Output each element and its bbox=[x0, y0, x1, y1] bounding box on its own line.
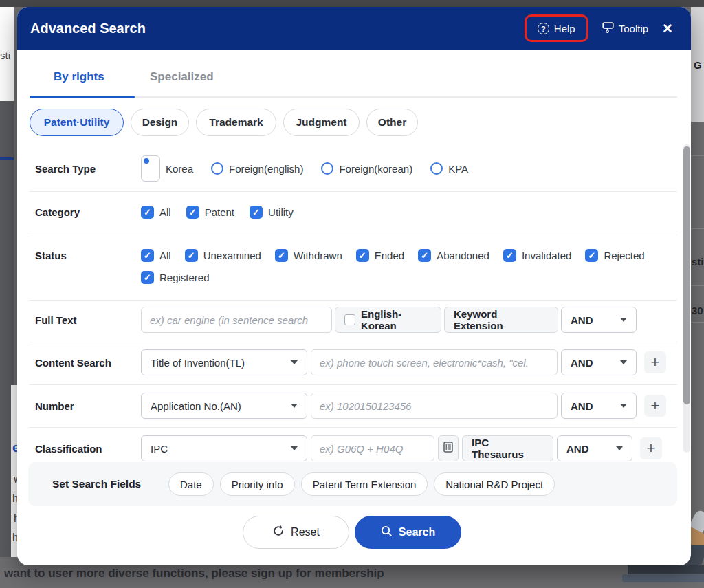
chevron-down-icon bbox=[616, 446, 623, 450]
tooltip-button[interactable]: Tooltip bbox=[602, 21, 648, 35]
field-pill-priority-info[interactable]: Priority info bbox=[220, 472, 295, 496]
checkbox-unexamined[interactable]: Unexamined bbox=[185, 249, 261, 262]
checkbox-rejected[interactable]: Rejected bbox=[585, 249, 644, 262]
radio-kpa[interactable]: KPA bbox=[430, 162, 468, 175]
checkbox-all[interactable]: All bbox=[141, 206, 171, 219]
number-operator-select[interactable]: AND bbox=[561, 393, 637, 419]
row-label-classification: Classification bbox=[35, 435, 138, 461]
number-input[interactable] bbox=[311, 393, 558, 419]
row-divider bbox=[30, 235, 677, 235]
dialog-header: Advanced Search ? Help Tooltip ✕ bbox=[17, 7, 691, 50]
checkbox-checked-icon bbox=[503, 249, 516, 262]
checkbox-checked-icon bbox=[356, 249, 369, 262]
advanced-search-dialog: Advanced Search ? Help Tooltip ✕ By righ… bbox=[17, 7, 691, 565]
close-button[interactable]: ✕ bbox=[662, 21, 673, 36]
chevron-down-icon bbox=[620, 404, 627, 408]
pill-other[interactable]: Other bbox=[366, 109, 418, 136]
number-add-button[interactable]: + bbox=[644, 395, 666, 417]
number-field-select[interactable]: Application No.(AN) bbox=[141, 393, 307, 419]
field-pill-patent-term-extension[interactable]: Patent Term Extension bbox=[301, 472, 428, 496]
content-search-fields: Title of Invention(TL) AND + bbox=[141, 349, 666, 375]
row-label-status: Status bbox=[35, 242, 138, 268]
row-label-content-search: Content Search bbox=[35, 349, 138, 375]
full-text-fields: English-Korean Keyword Extension AND bbox=[141, 307, 637, 333]
checkbox-checked-icon bbox=[275, 249, 288, 262]
checkbox-abandoned[interactable]: Abandoned bbox=[418, 249, 490, 262]
search-type-options: Korea Foreign(english) Foreign(korean) K… bbox=[141, 155, 468, 182]
background-top-strip bbox=[0, 0, 704, 7]
background-left-area: sti bbox=[0, 7, 14, 101]
search-button[interactable]: Search bbox=[355, 516, 461, 549]
row-divider bbox=[30, 342, 677, 342]
pill-trademark[interactable]: Trademark bbox=[196, 109, 276, 136]
content-operator-select[interactable]: AND bbox=[561, 349, 637, 375]
dialog-title: Advanced Search bbox=[30, 7, 146, 50]
checkbox-ended[interactable]: Ended bbox=[356, 249, 404, 262]
checkbox-registered[interactable]: Registered bbox=[141, 271, 210, 284]
reset-button[interactable]: Reset bbox=[243, 516, 349, 549]
background-text-fragment: sti bbox=[0, 50, 10, 61]
pill-design[interactable]: Design bbox=[131, 109, 189, 136]
classification-operator-select[interactable]: AND bbox=[557, 435, 632, 461]
checkbox-checked-icon bbox=[186, 206, 199, 219]
tooltip-label: Tooltip bbox=[619, 23, 648, 34]
pill-judgment[interactable]: Judgment bbox=[283, 109, 360, 136]
checkbox-withdrawn[interactable]: Withdrawn bbox=[275, 249, 342, 262]
membership-banner-text: want to user more diverse functions, ple… bbox=[4, 567, 384, 580]
help-icon: ? bbox=[538, 23, 549, 34]
pill-patent-utility[interactable]: Patent·Utility bbox=[30, 109, 124, 136]
content-field-select[interactable]: Title of Invention(TL) bbox=[141, 349, 307, 375]
checkbox-checked-icon bbox=[185, 249, 198, 262]
checkbox-status-all[interactable]: All bbox=[141, 249, 171, 262]
full-text-input[interactable] bbox=[141, 307, 332, 333]
tab-specialized[interactable]: Specialized bbox=[150, 70, 214, 84]
search-icon bbox=[381, 525, 393, 540]
chevron-down-icon bbox=[620, 318, 627, 322]
classification-fields: IPC IPC Thesaurus AND + bbox=[141, 435, 662, 461]
content-add-button[interactable]: + bbox=[644, 351, 666, 373]
english-korean-checkbox[interactable]: English-Korean bbox=[335, 307, 441, 333]
content-search-input[interactable] bbox=[311, 349, 558, 375]
ipc-thesaurus-button[interactable]: IPC Thesaurus bbox=[462, 435, 553, 461]
tab-active-indicator bbox=[30, 96, 135, 98]
chevron-down-icon bbox=[291, 360, 298, 364]
field-pill-date[interactable]: Date bbox=[168, 472, 214, 496]
checkbox-utility[interactable]: Utility bbox=[250, 206, 294, 219]
classification-code-list-button[interactable] bbox=[438, 435, 459, 461]
checkbox-invalidated[interactable]: Invalidated bbox=[503, 249, 572, 262]
document-list-icon bbox=[443, 442, 453, 455]
tab-by-rights[interactable]: By rights bbox=[54, 70, 104, 84]
status-options-line2: Registered bbox=[141, 264, 210, 290]
radio-selected-icon bbox=[141, 155, 160, 182]
row-label-search-type: Search Type bbox=[35, 155, 138, 182]
checkbox-checked-icon bbox=[418, 249, 431, 262]
plus-icon: + bbox=[647, 439, 656, 457]
plus-icon: + bbox=[651, 397, 660, 415]
help-button[interactable]: ? Help bbox=[538, 23, 575, 34]
reset-icon bbox=[272, 525, 285, 540]
checkbox-unchecked-icon bbox=[344, 314, 355, 325]
field-pill-national-rd-project[interactable]: National R&D Project bbox=[434, 472, 555, 496]
classification-input[interactable] bbox=[311, 435, 434, 461]
header-actions: ? Help Tooltip ✕ bbox=[525, 7, 673, 50]
radio-foreign-english[interactable]: Foreign(english) bbox=[211, 162, 303, 175]
checkbox-patent[interactable]: Patent bbox=[186, 206, 234, 219]
checkbox-checked-icon bbox=[250, 206, 263, 219]
modal-scrollbar-thumb[interactable] bbox=[683, 146, 690, 404]
background-right-panel: G bbox=[691, 7, 704, 122]
help-label: Help bbox=[554, 23, 575, 34]
tooltip-icon bbox=[602, 21, 614, 35]
keyword-extension-button[interactable]: Keyword Extension bbox=[444, 307, 558, 333]
full-text-operator-select[interactable]: AND bbox=[561, 307, 637, 333]
radio-korea[interactable]: Korea bbox=[141, 155, 193, 182]
set-search-fields-label: Set Search Fields bbox=[52, 462, 141, 506]
row-label-number: Number bbox=[35, 393, 138, 419]
classification-field-select[interactable]: IPC bbox=[141, 435, 307, 461]
checkbox-checked-icon bbox=[141, 271, 154, 284]
plus-icon: + bbox=[651, 353, 660, 371]
classification-add-button[interactable]: + bbox=[640, 437, 662, 459]
radio-foreign-korean[interactable]: Foreign(korean) bbox=[321, 162, 412, 175]
set-search-fields-panel: Set Search Fields Date Priority info Pat… bbox=[28, 462, 677, 506]
background-text-fragment: sti bbox=[692, 256, 704, 268]
checkbox-checked-icon bbox=[141, 249, 154, 262]
